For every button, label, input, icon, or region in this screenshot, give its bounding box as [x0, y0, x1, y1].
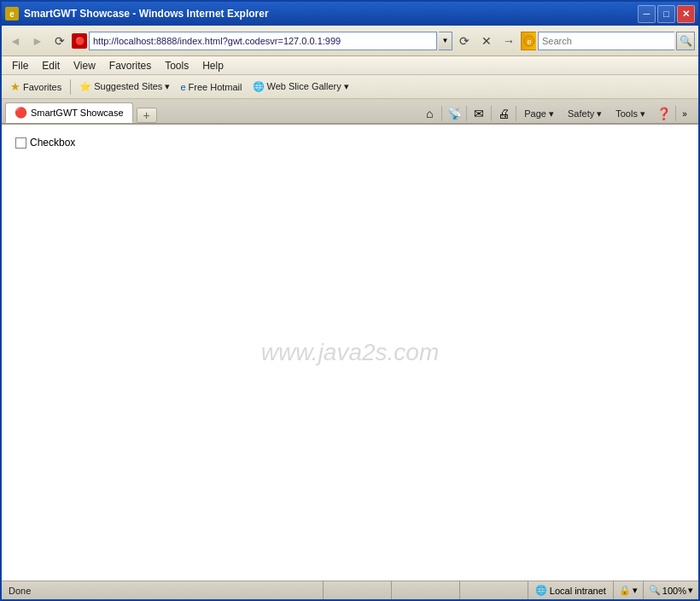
ie-logo-icon: e: [5, 7, 19, 20]
checkbox-input[interactable]: [15, 137, 26, 149]
menu-help[interactable]: Help: [195, 58, 230, 73]
toolbar-sep2: [466, 106, 467, 121]
suggested-sites-button[interactable]: ⭐ Suggested Sites ▾: [76, 79, 173, 94]
svg-text:e: e: [527, 38, 531, 46]
tab-bar: 🔴 SmartGWT Showcase + ⌂ 📡 ✉ 🖨 Page ▾ Saf…: [2, 99, 698, 125]
address-dropdown[interactable]: ▼: [439, 32, 452, 50]
suggested-icon: ⭐: [79, 81, 91, 92]
print-button[interactable]: 🖨: [493, 104, 514, 123]
toolbar-sep4: [516, 106, 516, 121]
hotmail-icon: e: [180, 82, 185, 92]
new-tab-button[interactable]: +: [137, 108, 157, 123]
nav-bar: ◄ ► ⟳ 🔴 ▼ ⟳ ✕ → e 🔍: [2, 26, 698, 56]
web-slice-button[interactable]: 🌐 Web Slice Gallery ▾: [249, 79, 353, 94]
tools-button[interactable]: Tools ▾: [610, 104, 651, 123]
free-hotmail-label: Free Hotmail: [189, 82, 242, 92]
title-bar-controls: ─ □ ✕: [638, 5, 695, 23]
browser-window: e SmartGWT Showcase - Windows Internet E…: [0, 0, 700, 601]
stop-button[interactable]: ✕: [476, 31, 497, 51]
window-title: SmartGWT Showcase - Windows Internet Exp…: [24, 8, 269, 20]
back-button[interactable]: ◄: [5, 31, 26, 51]
zoom-label: 100%: [662, 586, 686, 596]
toolbar-sep5: [675, 106, 676, 121]
go-button[interactable]: →: [499, 31, 519, 51]
read-mail-button[interactable]: ✉: [469, 104, 489, 123]
page-button[interactable]: Page ▾: [518, 104, 560, 123]
menu-file[interactable]: File: [5, 58, 35, 73]
home-button[interactable]: ⌂: [419, 104, 440, 123]
help-button[interactable]: ❓: [653, 104, 674, 123]
favorites-label: Favorites: [23, 82, 61, 92]
status-zoom: 🔍 100% ▾: [643, 581, 698, 599]
free-hotmail-button[interactable]: e Free Hotmail: [177, 80, 245, 94]
suggested-label: Suggested Sites ▾: [94, 81, 170, 92]
status-dividers: [323, 581, 528, 599]
checkbox-area: Checkbox: [2, 125, 698, 160]
checkbox-label: Checkbox: [30, 137, 75, 149]
status-bar: Done 🌐 Local intranet 🔒 ▾ 🔍 100% ▾: [2, 581, 698, 599]
dropdown-icon: ▾: [633, 585, 638, 596]
status-seg1: [323, 581, 391, 599]
search-input[interactable]: [538, 32, 674, 50]
toolbar-sep3: [491, 106, 492, 121]
active-tab[interactable]: 🔴 SmartGWT Showcase: [5, 102, 133, 123]
address-bar: 🔴 ▼ ⟳ ✕ →: [72, 31, 519, 51]
page-icon: 🔴: [72, 33, 87, 49]
web-slice-label: Web Slice Gallery ▾: [267, 81, 349, 92]
lock-icon: 🔒: [619, 585, 631, 596]
web-slice-icon: 🌐: [253, 81, 265, 92]
toolbar-sep1: [441, 106, 442, 121]
rss-button[interactable]: 📡: [444, 104, 464, 123]
favorites-bar: ★ Favorites ⭐ Suggested Sites ▾ e Free H…: [2, 75, 698, 99]
title-bar-left: e SmartGWT Showcase - Windows Internet E…: [5, 7, 269, 20]
tab-icon: 🔴: [15, 107, 27, 119]
menu-bar: File Edit View Favorites Tools Help: [2, 56, 698, 75]
status-seg2: [391, 581, 459, 599]
search-bar: e 🔍: [521, 32, 695, 50]
zoom-icon: 🔍: [649, 585, 661, 596]
minimize-button[interactable]: ─: [638, 5, 656, 23]
menu-favorites[interactable]: Favorites: [102, 58, 158, 73]
refresh-button[interactable]: ⟳: [50, 31, 70, 51]
watermark: www.java2s.com: [261, 339, 440, 366]
address-input[interactable]: [89, 32, 437, 50]
close-button[interactable]: ✕: [677, 5, 695, 23]
forward-button[interactable]: ►: [27, 31, 48, 51]
menu-tools[interactable]: Tools: [158, 58, 195, 73]
status-text: Done: [2, 586, 323, 596]
title-bar: e SmartGWT Showcase - Windows Internet E…: [2, 2, 698, 26]
search-button[interactable]: 🔍: [676, 32, 695, 50]
expand-button[interactable]: »: [678, 107, 691, 120]
zone-icon: 🌐: [535, 585, 547, 596]
tab-title: SmartGWT Showcase: [31, 108, 124, 118]
menu-edit[interactable]: Edit: [35, 58, 67, 73]
favorites-button[interactable]: ★ Favorites: [7, 79, 65, 95]
zoom-dropdown[interactable]: ▾: [688, 585, 693, 596]
search-provider-icon: e: [521, 32, 536, 50]
refresh-action-button[interactable]: ⟳: [454, 31, 475, 51]
status-security: 🔒 ▾: [613, 581, 643, 599]
favorites-separator: [70, 79, 71, 95]
status-zone: 🌐 Local intranet: [528, 581, 613, 599]
zone-label: Local intranet: [550, 586, 606, 596]
maximize-button[interactable]: □: [657, 5, 675, 23]
menu-view[interactable]: View: [67, 58, 102, 73]
content-area: Checkbox www.java2s.com: [2, 125, 698, 581]
safety-button[interactable]: Safety ▾: [562, 104, 608, 123]
star-icon: ★: [10, 80, 20, 93]
status-seg3: [459, 581, 528, 599]
